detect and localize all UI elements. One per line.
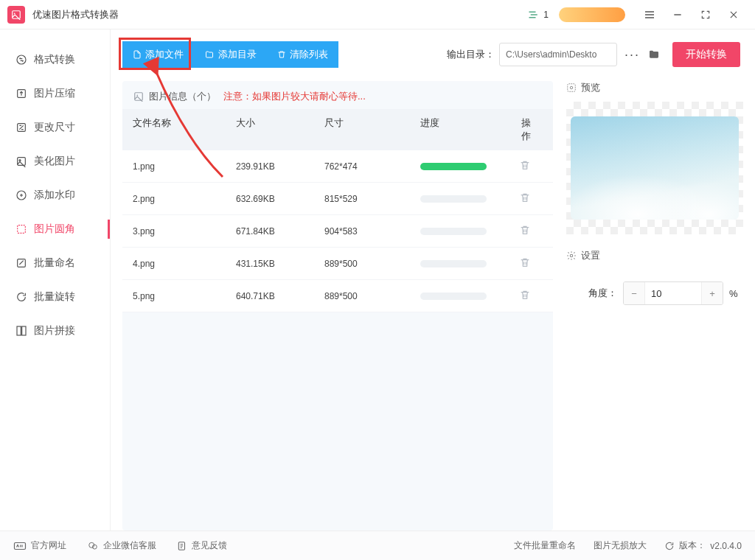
output-dir-label: 输出目录： bbox=[447, 48, 495, 61]
cell-size: 640.71KB bbox=[236, 291, 324, 301]
output-dir-input[interactable] bbox=[499, 43, 617, 66]
add-dir-button[interactable]: 添加目录 bbox=[194, 41, 267, 68]
col-header-size: 大小 bbox=[236, 116, 324, 143]
cell-progress bbox=[420, 293, 516, 300]
table-row[interactable]: 4.png431.15KB889*500 bbox=[122, 248, 553, 280]
delete-row-button[interactable] bbox=[519, 224, 531, 236]
svg-rect-10 bbox=[17, 326, 21, 335]
footer-official-site[interactable]: 官方网址 bbox=[13, 539, 66, 552]
cell-dim: 889*500 bbox=[324, 291, 420, 301]
stitch-icon bbox=[15, 325, 28, 337]
footer-version[interactable]: 版本：v2.0.4.0 bbox=[664, 539, 742, 552]
cell-progress bbox=[420, 260, 516, 267]
col-header-prog: 进度 bbox=[420, 116, 516, 143]
delete-row-button[interactable] bbox=[519, 192, 531, 203]
sidebar-item-beautify[interactable]: 美化图片 bbox=[0, 144, 110, 178]
angle-input[interactable] bbox=[644, 282, 702, 304]
toolbar: 添加文件 添加目录 清除列表 输出目录： ··· 开始转换 bbox=[122, 41, 755, 68]
app-title: 优速图片格式转换器 bbox=[32, 8, 119, 21]
file-icon bbox=[133, 49, 142, 60]
titlebar-s-indicator[interactable]: 1 bbox=[528, 10, 549, 20]
cell-size: 239.91KB bbox=[236, 161, 324, 172]
delete-row-button[interactable] bbox=[519, 289, 531, 301]
image-info-header: 图片信息（个） 注意：如果图片较大请耐心等待... bbox=[122, 81, 553, 109]
table-row[interactable]: 2.png632.69KB815*529 bbox=[122, 183, 553, 215]
cell-name: 1.png bbox=[133, 161, 236, 172]
svg-point-13 bbox=[136, 94, 138, 96]
svg-rect-12 bbox=[135, 93, 143, 101]
sidebar-item-label: 添加水印 bbox=[34, 189, 75, 202]
footer-feedback[interactable]: 意见反馈 bbox=[177, 539, 227, 552]
sidebar-item-format-convert[interactable]: 格式转换 bbox=[0, 43, 110, 77]
angle-decrease-button[interactable]: − bbox=[624, 282, 644, 304]
footer: 官方网址 企业微信客服 意见反馈 文件批量重命名 图片无损放大 版本：v2.0.… bbox=[0, 531, 755, 560]
cell-dim: 815*529 bbox=[324, 194, 420, 204]
trash-icon bbox=[277, 49, 286, 60]
cell-dim: 904*583 bbox=[324, 226, 420, 237]
clear-list-button[interactable]: 清除列表 bbox=[267, 41, 338, 68]
file-table-panel: 图片信息（个） 注意：如果图片较大请耐心等待... 文件名称 大小 尺寸 进度 … bbox=[122, 81, 553, 531]
close-icon[interactable] bbox=[726, 7, 742, 23]
settings-title: 设置 bbox=[566, 249, 743, 262]
minimize-icon[interactable] bbox=[669, 7, 686, 23]
cell-progress bbox=[420, 228, 516, 235]
open-folder-icon[interactable] bbox=[647, 49, 664, 60]
sidebar-item-watermark[interactable]: 添加水印 bbox=[0, 178, 110, 212]
svg-point-6 bbox=[19, 160, 21, 161]
footer-batch-rename-link[interactable]: 文件批量重命名 bbox=[514, 539, 576, 552]
sidebar-item-round-corner[interactable]: 图片圆角 bbox=[0, 212, 110, 246]
sidebar-item-batch-rename[interactable]: 批量命名 bbox=[0, 246, 110, 280]
cell-size: 632.69KB bbox=[236, 194, 324, 204]
footer-wechat-support[interactable]: 企业微信客服 bbox=[87, 539, 156, 552]
cell-progress bbox=[420, 195, 516, 203]
preview-icon bbox=[566, 83, 577, 93]
col-header-name: 文件名称 bbox=[133, 116, 236, 143]
sidebar-item-compress[interactable]: 图片压缩 bbox=[0, 77, 110, 111]
cell-name: 4.png bbox=[133, 259, 236, 269]
sidebar-item-label: 美化图片 bbox=[34, 155, 75, 168]
angle-label: 角度： bbox=[588, 287, 617, 300]
table-row[interactable]: 1.png239.91KB762*474 bbox=[122, 150, 553, 183]
angle-stepper: − + bbox=[623, 281, 723, 305]
maximize-icon[interactable] bbox=[697, 7, 714, 23]
feedback-icon bbox=[177, 541, 187, 551]
sidebar-item-label: 图片拼接 bbox=[34, 324, 75, 337]
sidebar-item-stitch[interactable]: 图片拼接 bbox=[0, 314, 110, 348]
preview-image bbox=[571, 116, 739, 220]
svg-rect-5 bbox=[18, 158, 26, 166]
add-file-button[interactable]: 添加文件 bbox=[122, 41, 194, 68]
cell-name: 3.png bbox=[133, 226, 236, 237]
table-row[interactable]: 5.png640.71KB889*500 bbox=[122, 280, 553, 312]
rename-icon bbox=[15, 257, 28, 269]
delete-row-button[interactable] bbox=[519, 256, 531, 268]
app-logo bbox=[7, 6, 25, 24]
col-header-op: 操作 bbox=[516, 116, 543, 143]
title-bar: 优速图片格式转换器 1 bbox=[0, 0, 755, 29]
menu-icon[interactable] bbox=[641, 7, 658, 23]
rotate-icon bbox=[15, 291, 28, 303]
sidebar-item-resize[interactable]: 更改尺寸 bbox=[0, 111, 110, 144]
cell-size: 671.84KB bbox=[236, 226, 324, 237]
footer-lossless-enlarge-link[interactable]: 图片无损放大 bbox=[594, 539, 647, 552]
svg-rect-14 bbox=[568, 84, 576, 92]
table-row[interactable]: 3.png671.84KB904*583 bbox=[122, 215, 553, 248]
delete-row-button[interactable] bbox=[519, 159, 531, 171]
watermark-icon bbox=[15, 189, 28, 201]
refresh-icon bbox=[664, 541, 675, 551]
beautify-icon bbox=[15, 155, 28, 167]
browse-button[interactable]: ··· bbox=[622, 51, 643, 58]
sidebar-item-label: 图片圆角 bbox=[34, 223, 75, 236]
titlebar-badge[interactable] bbox=[559, 7, 625, 22]
sidebar-item-batch-rotate[interactable]: 批量旋转 bbox=[0, 280, 110, 314]
svg-rect-17 bbox=[15, 542, 26, 549]
svg-point-15 bbox=[570, 86, 573, 89]
compress-icon bbox=[15, 88, 28, 99]
site-icon bbox=[13, 542, 27, 550]
warning-text: 注意：如果图片较大请耐心等待... bbox=[223, 90, 366, 103]
svg-rect-11 bbox=[22, 326, 26, 335]
start-convert-button[interactable]: 开始转换 bbox=[672, 42, 740, 67]
sidebar-item-label: 格式转换 bbox=[34, 53, 75, 66]
gear-icon bbox=[566, 251, 577, 261]
cell-dim: 889*500 bbox=[324, 259, 420, 269]
angle-increase-button[interactable]: + bbox=[702, 282, 723, 304]
